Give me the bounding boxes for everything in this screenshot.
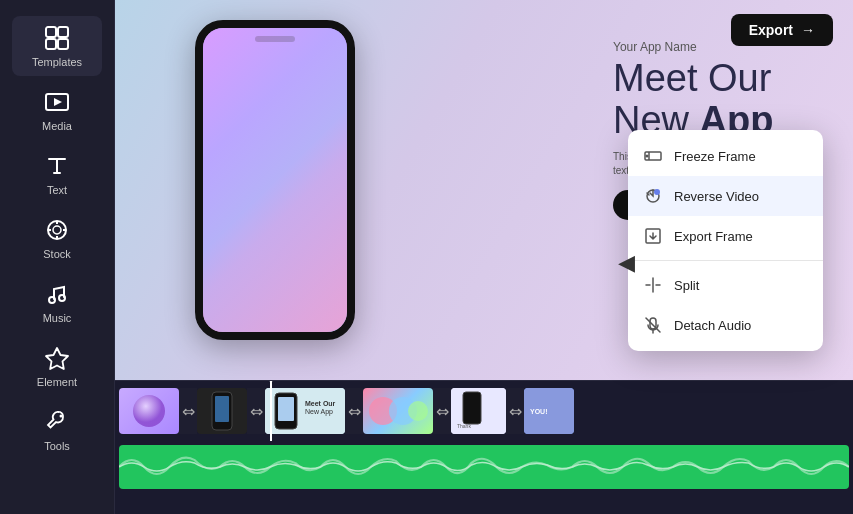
detach-audio-icon bbox=[642, 314, 664, 336]
context-menu-divider bbox=[628, 260, 823, 261]
sidebar-item-media[interactable]: Media bbox=[12, 80, 102, 140]
svg-point-24 bbox=[408, 401, 428, 421]
clip-6[interactable]: YOU! bbox=[524, 388, 574, 434]
export-label: Export bbox=[749, 22, 793, 38]
freeze-frame-icon bbox=[642, 145, 664, 167]
clip-2[interactable] bbox=[197, 388, 247, 434]
sidebar-item-element[interactable]: Element bbox=[12, 336, 102, 396]
audio-track-wrapper: /* generated inline */ bbox=[115, 445, 853, 489]
context-menu-export-frame[interactable]: Export Frame bbox=[628, 216, 823, 256]
sidebar-item-media-label: Media bbox=[42, 120, 72, 132]
svg-rect-16 bbox=[215, 396, 229, 422]
cursor-arrow: ▶ bbox=[618, 250, 635, 276]
playhead bbox=[270, 381, 272, 441]
svg-rect-3 bbox=[58, 39, 68, 49]
svg-point-14 bbox=[133, 395, 165, 427]
svg-point-11 bbox=[49, 297, 55, 303]
clips-wrapper: ⇔ ⇔ Meet Our New App bbox=[115, 382, 578, 440]
phone-mockup bbox=[195, 20, 395, 360]
svg-point-13 bbox=[60, 415, 63, 418]
main-area: Export → Your App Name Meet Our New App … bbox=[115, 0, 853, 514]
svg-text:New App: New App bbox=[305, 408, 333, 416]
audio-waveform: /* generated inline */ bbox=[119, 445, 849, 489]
phone-screen bbox=[203, 28, 347, 332]
tools-icon bbox=[43, 408, 71, 436]
svg-rect-0 bbox=[46, 27, 56, 37]
sidebar-item-templates-label: Templates bbox=[32, 56, 82, 68]
sidebar-item-text[interactable]: Text bbox=[12, 144, 102, 204]
freeze-frame-label: Freeze Frame bbox=[674, 149, 756, 164]
audio-track[interactable]: /* generated inline */ bbox=[119, 445, 849, 489]
context-menu-reverse-video[interactable]: Reverse Video bbox=[628, 176, 823, 216]
detach-audio-label: Detach Audio bbox=[674, 318, 751, 333]
svg-text:Thank: Thank bbox=[457, 423, 471, 429]
sidebar-item-music[interactable]: Music bbox=[12, 272, 102, 332]
svg-rect-26 bbox=[463, 392, 481, 424]
clip-4[interactable] bbox=[363, 388, 433, 434]
svg-point-32 bbox=[646, 155, 649, 158]
svg-rect-1 bbox=[58, 27, 68, 37]
templates-icon bbox=[43, 24, 71, 52]
export-button[interactable]: Export → bbox=[731, 14, 833, 46]
sidebar-item-element-label: Element bbox=[37, 376, 77, 388]
playhead-triangle bbox=[265, 381, 277, 383]
transition-5: ⇔ bbox=[506, 388, 524, 434]
sidebar-item-music-label: Music bbox=[43, 312, 72, 324]
svg-rect-2 bbox=[46, 39, 56, 49]
music-icon bbox=[43, 280, 71, 308]
transition-2: ⇔ bbox=[247, 388, 265, 434]
text-icon bbox=[43, 152, 71, 180]
headline-line1: Meet Our bbox=[613, 57, 771, 99]
transition-1: ⇔ bbox=[179, 388, 197, 434]
sidebar-item-text-label: Text bbox=[47, 184, 67, 196]
media-icon bbox=[43, 88, 71, 116]
phone-frame bbox=[195, 20, 355, 340]
clip-3[interactable]: Meet Our New App bbox=[265, 388, 345, 434]
context-menu-detach-audio[interactable]: Detach Audio bbox=[628, 305, 823, 345]
sidebar-item-templates[interactable]: Templates bbox=[12, 16, 102, 76]
svg-text:Meet Our: Meet Our bbox=[305, 400, 336, 407]
reverse-video-icon bbox=[642, 185, 664, 207]
svg-point-6 bbox=[53, 226, 61, 234]
sidebar-item-stock[interactable]: Stock bbox=[12, 208, 102, 268]
transition-4: ⇔ bbox=[433, 388, 451, 434]
context-menu: Freeze Frame Reverse Video Export Fr bbox=[628, 130, 823, 351]
split-label: Split bbox=[674, 278, 699, 293]
svg-point-12 bbox=[59, 295, 65, 301]
reverse-video-label: Reverse Video bbox=[674, 189, 759, 204]
sidebar-item-tools[interactable]: Tools bbox=[12, 400, 102, 460]
export-frame-label: Export Frame bbox=[674, 229, 753, 244]
svg-rect-19 bbox=[278, 397, 294, 421]
timeline-area: ⇔ ⇔ Meet Our New App bbox=[115, 380, 853, 514]
export-arrow-icon: → bbox=[801, 22, 815, 38]
sidebar-item-stock-label: Stock bbox=[43, 248, 71, 260]
export-frame-icon bbox=[642, 225, 664, 247]
svg-text:YOU!: YOU! bbox=[530, 408, 548, 415]
svg-point-33 bbox=[654, 189, 660, 195]
transition-3: ⇔ bbox=[345, 388, 363, 434]
context-menu-split[interactable]: Split bbox=[628, 265, 823, 305]
context-menu-freeze-frame[interactable]: Freeze Frame bbox=[628, 136, 823, 176]
stock-icon bbox=[43, 216, 71, 244]
timeline-clips: ⇔ ⇔ Meet Our New App bbox=[115, 381, 853, 441]
split-icon bbox=[642, 274, 664, 296]
clip-1[interactable] bbox=[119, 388, 179, 434]
element-icon bbox=[43, 344, 71, 372]
clip-5[interactable]: Thank bbox=[451, 388, 506, 434]
sidebar-item-tools-label: Tools bbox=[44, 440, 70, 452]
sidebar: Templates Media Text bbox=[0, 0, 115, 514]
